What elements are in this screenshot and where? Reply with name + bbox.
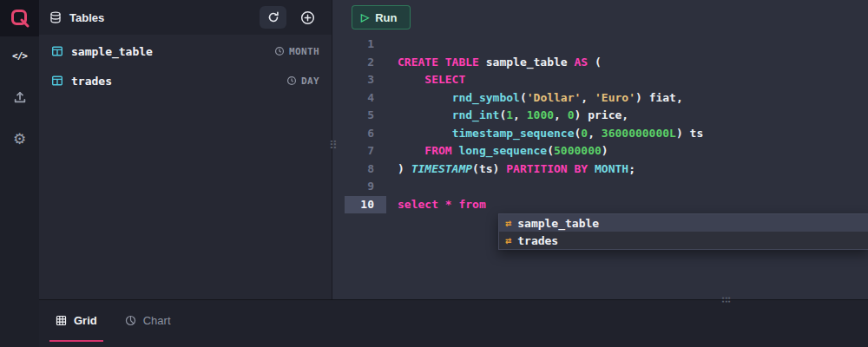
add-table-button[interactable] (294, 6, 321, 29)
clock-icon (286, 75, 297, 86)
editor-resize-handle[interactable]: ⠿ (720, 296, 731, 304)
table-suggestion-icon: ⇄ (505, 218, 511, 228)
tables-panel-title: Tables (69, 11, 252, 24)
line-number: 10 (345, 196, 386, 214)
line-number: 9 (345, 178, 386, 196)
code-line[interactable]: 1 (332, 36, 868, 54)
autocomplete-label: sample_table (517, 217, 599, 230)
line-number: 1 (345, 36, 386, 54)
table-list: sample_tableMONTHtradesDAY (39, 35, 332, 95)
code-line[interactable]: 2CREATE TABLE sample_table AS ( (332, 54, 868, 72)
table-icon (51, 75, 63, 87)
table-suggestion-icon: ⇄ (505, 235, 511, 246)
autocomplete-label: trades (517, 234, 558, 247)
results-tabs: GridChart (39, 300, 868, 342)
line-number: 7 (345, 142, 386, 160)
line-number: 2 (345, 54, 386, 72)
partition-label: MONTH (289, 46, 319, 57)
plus-circle-icon (300, 10, 315, 25)
code-line[interactable]: 9 (332, 178, 868, 196)
table-name: trades (71, 75, 279, 88)
code-line[interactable]: 10select * from (332, 196, 868, 214)
code-text: ) TIMESTAMP(ts) PARTITION BY MONTH; (398, 160, 635, 179)
questdb-logo-icon (10, 8, 30, 29)
code-line[interactable]: 6 timestamp_sequence(0, 3600000000L) ts (332, 125, 868, 143)
refresh-icon (267, 11, 279, 23)
line-number: 6 (345, 125, 386, 143)
tab-chart[interactable]: Chart (119, 300, 177, 342)
tab-label: Grid (74, 314, 97, 327)
code-area[interactable]: 12CREATE TABLE sample_table AS (3 SELECT… (332, 36, 868, 213)
partition-label: DAY (301, 75, 319, 87)
partition-badge: DAY (286, 75, 319, 87)
table-icon (51, 45, 63, 57)
left-rail: </> ⚙ (0, 0, 39, 347)
clock-icon (274, 46, 285, 56)
code-line[interactable]: 7 FROM long_sequence(5000000) (332, 142, 868, 160)
code-line[interactable]: 3 SELECT (332, 71, 868, 89)
line-number: 3 (345, 71, 386, 89)
code-line[interactable]: 5 rnd_int(1, 1000, 0) price, (332, 107, 868, 125)
run-button[interactable]: ▷ Run (352, 5, 411, 29)
code-text: FROM long_sequence(5000000) (398, 142, 608, 160)
code-text: timestamp_sequence(0, 3600000000L) ts (398, 125, 703, 143)
table-row[interactable]: sample_tableMONTH (39, 36, 332, 66)
refresh-tables-button[interactable] (260, 6, 286, 29)
results-bar: GridChart (39, 299, 868, 347)
line-number: 8 (345, 160, 386, 179)
autocomplete-item[interactable]: ⇄trades (499, 232, 868, 249)
code-line[interactable]: 4 rnd_symbol('Dollar', 'Euro') fiat, (332, 89, 868, 108)
grid-icon (56, 315, 67, 326)
questdb-logo[interactable] (0, 0, 39, 36)
database-icon (49, 11, 62, 23)
settings-gear-icon[interactable]: ⚙ (0, 121, 39, 156)
code-text: rnd_int(1, 1000, 0) price, (398, 107, 628, 125)
questdb-console-window: </> ⚙ Tables (0, 0, 868, 347)
tab-grid[interactable]: Grid (49, 300, 103, 342)
code-editor-icon[interactable]: </> (0, 38, 39, 73)
panel-resize-handle[interactable]: ⠿ (329, 140, 338, 151)
table-name: sample_table (71, 45, 266, 58)
code-text: rnd_symbol('Dollar', 'Euro') fiat, (398, 89, 683, 108)
code-line[interactable]: 8) TIMESTAMP(ts) PARTITION BY MONTH; (332, 160, 868, 179)
tables-panel-header: Tables (39, 0, 332, 35)
autocomplete-item[interactable]: ⇄sample_table (499, 214, 868, 232)
code-text: select * from (398, 196, 493, 214)
play-icon: ▷ (361, 12, 369, 23)
code-text: SELECT (398, 71, 465, 89)
import-upload-icon[interactable] (0, 80, 39, 115)
tab-label: Chart (143, 314, 171, 327)
sql-editor[interactable]: ▷ Run 12CREATE TABLE sample_table AS (3 … (332, 0, 868, 299)
autocomplete-popup: ⇄sample_table⇄trades (498, 213, 868, 250)
table-row[interactable]: tradesDAY (39, 66, 332, 95)
partition-badge: MONTH (274, 46, 319, 57)
line-number: 5 (345, 107, 386, 125)
code-text: CREATE TABLE sample_table AS ( (398, 54, 602, 72)
tables-panel: Tables sample_tableMONTHtradesDAY (39, 0, 332, 299)
run-label: Run (375, 11, 397, 24)
line-number: 4 (345, 89, 386, 108)
chart-icon (125, 315, 136, 326)
